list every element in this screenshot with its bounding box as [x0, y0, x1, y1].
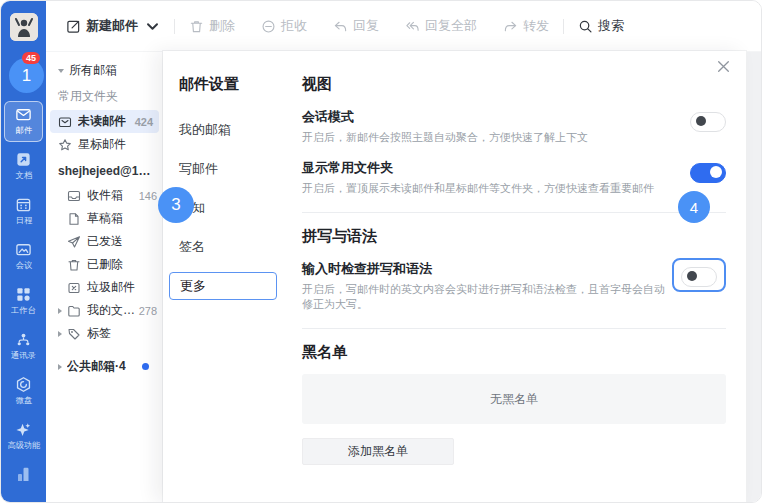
- folder-tags[interactable]: 标签: [46, 322, 163, 345]
- mail-icon: [15, 106, 32, 123]
- rail-item-label: 高级功能: [7, 440, 40, 450]
- tutorial-highlight-box: [672, 258, 726, 292]
- search-button[interactable]: 搜索: [578, 17, 624, 35]
- setting-row-spellcheck: 输入时检查拼写和语法 开启后，写邮件时的英文内容会实时进行拼写和语法检查，且首字…: [302, 260, 726, 312]
- reply-icon: [333, 19, 348, 34]
- setting-row-conversation-mode: 会话模式 开启后，新邮件会按照主题自动聚合，方便快速了解上下文: [302, 108, 726, 145]
- reply-label: 回复: [353, 17, 379, 35]
- forward-button[interactable]: 转发: [503, 17, 549, 35]
- add-blacklist-button[interactable]: 添加黑名单: [302, 438, 454, 465]
- window-frame: 邮件 文档 日程 会议 工作台: [0, 0, 762, 503]
- chevron-down-icon: [145, 19, 160, 34]
- chevron-right-icon: [58, 331, 62, 337]
- setting-row-common-folders: 显示常用文件夹 开启后，置顶展示未读邮件和星标邮件等文件夹，方便快速查看重要邮件: [302, 159, 726, 196]
- tag-icon: [67, 327, 81, 341]
- toolbar-divider: [174, 19, 175, 34]
- folder-label: 已发送: [87, 233, 123, 250]
- common-folders-toggle[interactable]: [690, 163, 726, 183]
- chevron-right-icon: [58, 308, 62, 314]
- search-label: 搜索: [598, 17, 624, 35]
- delete-button[interactable]: 删除: [189, 17, 235, 35]
- trash-icon: [189, 19, 204, 34]
- all-mailboxes-row[interactable]: 所有邮箱: [46, 59, 163, 82]
- folder-deleted[interactable]: 已删除: [46, 253, 163, 276]
- unread-mail-icon: [58, 115, 72, 129]
- public-mailbox-label: 公共邮箱·4: [67, 358, 126, 375]
- tutorial-step-3: 3: [158, 187, 194, 223]
- settings-menu-more[interactable]: 更多: [169, 272, 277, 300]
- folder-count: 146: [139, 190, 157, 202]
- settings-title: 邮件设置: [179, 75, 276, 94]
- reject-label: 拒收: [281, 17, 307, 35]
- chevron-down-icon: [58, 69, 64, 73]
- reply-all-button[interactable]: 回复全部: [405, 17, 477, 35]
- rail-item-advanced[interactable]: 高级功能: [4, 416, 43, 457]
- delete-label: 删除: [209, 17, 235, 35]
- reply-all-label: 回复全部: [425, 17, 477, 35]
- spam-icon: [67, 281, 81, 295]
- rail-item-calendar[interactable]: 日程: [4, 191, 43, 232]
- stats-icon[interactable]: [14, 464, 34, 488]
- setting-desc: 开启后，新邮件会按照主题自动聚合，方便快速了解上下文: [302, 130, 588, 145]
- folder-inbox[interactable]: 收件箱 146: [46, 184, 163, 207]
- settings-menu-signature[interactable]: 签名: [179, 233, 276, 261]
- workbench-icon: [15, 286, 32, 303]
- folder-spam[interactable]: 垃圾邮件: [46, 276, 163, 299]
- folder-sidebar: 所有邮箱 常用文件夹 未读邮件 424 星标邮件 shejhejeed@123.…: [46, 51, 163, 502]
- folder-label: 收件箱: [87, 187, 123, 204]
- folder-drafts[interactable]: 草稿箱: [46, 207, 163, 230]
- folder-label: 已删除: [87, 256, 123, 273]
- sparkle-icon: [15, 421, 32, 438]
- forward-icon: [503, 19, 518, 34]
- unread-mail-count: 424: [135, 116, 153, 128]
- starred-mail-row[interactable]: 星标邮件: [46, 133, 163, 156]
- compose-label: 新建邮件: [86, 17, 138, 35]
- rail-item-mail[interactable]: 邮件: [4, 101, 43, 142]
- search-icon: [578, 19, 593, 34]
- settings-content: 视图 会话模式 开启后，新邮件会按照主题自动聚合，方便快速了解上下文 显示常用文…: [276, 51, 746, 502]
- circle-minus-icon: [261, 19, 276, 34]
- mail-settings-modal: 邮件设置 我的邮箱 写邮件 通知 签名 更多 视图 会话模式 开启后，新邮件会按…: [163, 51, 746, 502]
- meeting-icon: [15, 241, 32, 258]
- reply-all-icon: [405, 19, 420, 34]
- close-button[interactable]: [716, 59, 734, 77]
- unread-mail-row[interactable]: 未读邮件 424: [50, 110, 159, 133]
- setting-desc: 开启后，置顶展示未读邮件和星标邮件等文件夹，方便快速查看重要邮件: [302, 181, 654, 196]
- rail-item-workbench[interactable]: 工作台: [4, 281, 43, 322]
- sent-icon: [67, 235, 81, 249]
- section-spelling-title: 拼写与语法: [302, 227, 726, 246]
- folder-label: 标签: [87, 325, 111, 342]
- rail-item-label: 邮件: [15, 125, 32, 135]
- blacklist-empty-state: 无黑名单: [302, 374, 726, 424]
- rail-item-meeting[interactable]: 会议: [4, 236, 43, 277]
- folder-sent[interactable]: 已发送: [46, 230, 163, 253]
- folder-my-folders[interactable]: 我的文件夹 278: [46, 299, 163, 322]
- section-divider: [302, 328, 726, 329]
- rail-item-drive[interactable]: 微盘: [4, 371, 43, 412]
- rail-item-contacts[interactable]: 通讯录: [4, 326, 43, 367]
- folder-count: 278: [139, 305, 157, 317]
- public-mailbox-row[interactable]: 公共邮箱·4: [46, 355, 163, 378]
- folder-icon: [67, 304, 81, 318]
- compose-icon: [66, 19, 81, 34]
- rail-item-label: 会议: [15, 260, 32, 270]
- setting-title: 显示常用文件夹: [302, 159, 654, 177]
- avatar[interactable]: [10, 13, 38, 41]
- reply-button[interactable]: 回复: [333, 17, 379, 35]
- toolbar-divider: [563, 19, 564, 34]
- spellcheck-toggle[interactable]: [681, 267, 717, 287]
- reject-button[interactable]: 拒收: [261, 17, 307, 35]
- compose-button[interactable]: 新建邮件: [66, 17, 160, 35]
- section-view-title: 视图: [302, 75, 726, 94]
- setting-title: 输入时检查拼写和语法: [302, 260, 672, 278]
- conversation-mode-toggle[interactable]: [690, 112, 726, 132]
- unread-mail-label: 未读邮件: [78, 113, 126, 130]
- settings-menu-compose[interactable]: 写邮件: [179, 155, 276, 183]
- inbox-icon: [67, 189, 81, 203]
- rail-item-label: 通讯录: [11, 350, 36, 360]
- settings-nav: 邮件设置 我的邮箱 写邮件 通知 签名 更多: [163, 51, 276, 502]
- rail-item-docs[interactable]: 文档: [4, 146, 43, 187]
- settings-menu-my-mailbox[interactable]: 我的邮箱: [179, 116, 276, 144]
- starred-mail-label: 星标邮件: [78, 136, 126, 153]
- account-name[interactable]: shejhejeed@123.zr...: [46, 156, 163, 184]
